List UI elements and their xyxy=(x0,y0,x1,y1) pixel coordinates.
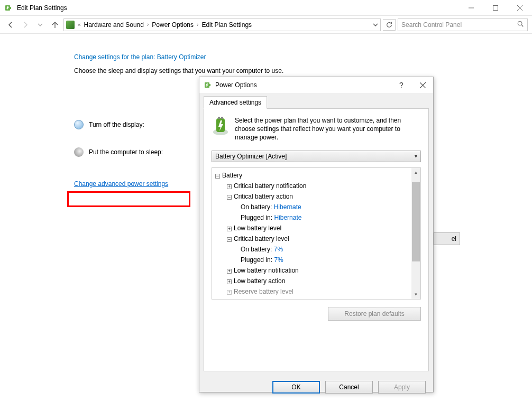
sleep-label: Put the computer to sleep: xyxy=(89,148,163,156)
plan-selected-label: Battery Optimizer [Active] xyxy=(215,153,287,160)
chevron-down-icon[interactable] xyxy=(373,22,378,27)
tree-crit-action-onbattery[interactable]: On battery: Hibernate xyxy=(215,202,420,212)
apply-button[interactable]: Apply xyxy=(378,381,426,394)
help-button[interactable]: ? xyxy=(391,77,412,93)
breadcrumb-item[interactable]: Power Options xyxy=(152,21,194,29)
cancel-button[interactable]: Cancel xyxy=(325,381,373,394)
tree-crit-level-plugged[interactable]: Plugged in: 7% xyxy=(215,255,420,265)
settings-tree[interactable]: −Battery +Critical battery notification … xyxy=(212,167,421,299)
dialog-close-button[interactable] xyxy=(412,77,433,93)
up-button[interactable] xyxy=(49,18,61,31)
titlebar: Edit Plan Settings xyxy=(0,0,532,16)
moon-icon xyxy=(74,147,84,157)
page-subheading: Choose the sleep and display settings th… xyxy=(74,67,532,74)
chevron-right-icon: › xyxy=(147,22,149,27)
tree-crit-level-onbattery[interactable]: On battery: 7% xyxy=(215,244,420,255)
tree-battery[interactable]: −Battery xyxy=(215,170,420,181)
expand-icon[interactable]: + xyxy=(227,227,232,231)
chevron-down-icon: ▾ xyxy=(415,153,417,159)
dialog-titlebar: Power Options ? xyxy=(199,77,433,93)
svg-rect-14 xyxy=(218,117,220,119)
svg-line-7 xyxy=(522,25,524,27)
battery-plan-icon xyxy=(4,4,13,12)
dialog-buttons: OK Cancel Apply xyxy=(199,376,433,399)
tab-advanced-settings[interactable]: Advanced settings xyxy=(204,96,267,109)
plan-select[interactable]: Battery Optimizer [Active] ▾ xyxy=(212,151,421,162)
expand-icon[interactable]: + xyxy=(227,290,232,295)
tree-low-level[interactable]: +Low battery level xyxy=(215,223,420,233)
svg-rect-1 xyxy=(10,7,11,9)
monitor-icon xyxy=(74,120,84,129)
maximize-button[interactable] xyxy=(483,0,508,16)
chevron-right-icon: › xyxy=(197,22,198,27)
expand-icon[interactable]: + xyxy=(227,279,232,284)
restore-defaults-button[interactable]: Restore plan defaults xyxy=(328,307,421,321)
display-label: Turn off the display: xyxy=(89,121,144,128)
back-button[interactable] xyxy=(4,18,17,31)
breadcrumb-item[interactable]: Edit Plan Settings xyxy=(201,21,252,29)
svg-rect-15 xyxy=(221,117,223,119)
ok-button[interactable]: OK xyxy=(272,381,320,394)
dialog-title: Power Options xyxy=(215,81,257,89)
tab-header: Advanced settings xyxy=(204,96,429,108)
toolbar: « Hardware and Sound › Power Options › E… xyxy=(0,16,532,34)
refresh-button[interactable] xyxy=(383,19,396,31)
window-title: Edit Plan Settings xyxy=(17,4,67,12)
hint-row: Select the power plan that you want to c… xyxy=(212,116,421,142)
svg-rect-9 xyxy=(209,84,210,86)
breadcrumb-chevrons-icon: « xyxy=(78,22,81,27)
scroll-track[interactable] xyxy=(411,177,420,290)
history-dropdown[interactable] xyxy=(34,18,47,31)
advanced-settings-link[interactable]: Change advanced power settings xyxy=(74,180,168,188)
tree-crit-action-plugged[interactable]: Plugged in: Hibernate xyxy=(215,212,420,223)
tree-low-action[interactable]: +Low battery action xyxy=(215,276,420,286)
collapse-icon[interactable]: − xyxy=(215,174,220,179)
expand-icon[interactable]: + xyxy=(227,184,232,189)
highlight-advanced-link xyxy=(67,191,190,207)
expand-icon[interactable]: + xyxy=(227,269,232,274)
address-bar[interactable]: « Hardware and Sound › Power Options › E… xyxy=(63,18,381,31)
tab-body: Select the power plan that you want to c… xyxy=(204,108,429,371)
forward-button[interactable] xyxy=(19,18,32,31)
tree-reserve[interactable]: +Reserve battery level xyxy=(215,286,420,297)
power-options-dialog: Power Options ? Advanced settings Select… xyxy=(199,77,434,392)
search-icon xyxy=(517,20,524,29)
hint-text: Select the power plan that you want to c… xyxy=(235,116,421,142)
control-panel-icon xyxy=(66,21,75,29)
search-placeholder: Search Control Panel xyxy=(401,21,462,29)
background-button-fragment: el xyxy=(434,232,460,245)
collapse-icon[interactable]: − xyxy=(227,237,232,242)
tree-critical-notification[interactable]: +Critical battery notification xyxy=(215,181,420,191)
breadcrumb: Hardware and Sound › Power Options › Edi… xyxy=(84,21,252,29)
close-button[interactable] xyxy=(508,0,532,16)
search-input[interactable]: Search Control Panel xyxy=(398,18,528,31)
scroll-up-icon[interactable]: ▲ xyxy=(411,168,420,177)
battery-icon xyxy=(204,81,212,89)
collapse-icon[interactable]: − xyxy=(227,195,232,200)
svg-point-6 xyxy=(518,21,522,25)
tree-low-notification[interactable]: +Low battery notification xyxy=(215,265,420,276)
page-heading: Change settings for the plan: Battery Op… xyxy=(74,50,532,62)
battery-large-icon xyxy=(212,116,230,136)
minimize-button[interactable] xyxy=(459,0,483,16)
tree-critical-action[interactable]: −Critical battery action xyxy=(215,191,420,202)
tree-critical-level[interactable]: −Critical battery level xyxy=(215,233,420,244)
breadcrumb-item[interactable]: Hardware and Sound xyxy=(84,21,144,29)
scroll-thumb[interactable] xyxy=(412,182,420,261)
scrollbar[interactable]: ▲ ▼ xyxy=(411,168,420,299)
svg-rect-3 xyxy=(493,5,498,10)
scroll-down-icon[interactable]: ▼ xyxy=(411,290,420,299)
